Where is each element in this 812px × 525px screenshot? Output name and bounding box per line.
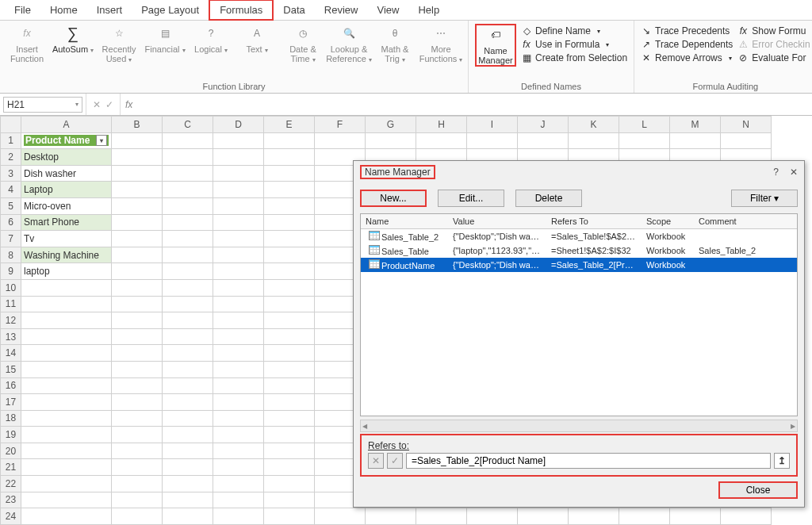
list-header-value[interactable]: Value xyxy=(448,214,546,228)
cell-I24[interactable] xyxy=(467,508,518,525)
cell-C9[interactable] xyxy=(163,263,213,280)
cell-C3[interactable] xyxy=(163,165,213,182)
cell-B23[interactable] xyxy=(112,492,163,508)
cell-M24[interactable] xyxy=(670,508,721,525)
tab-review[interactable]: Review xyxy=(315,1,368,19)
list-header-scope[interactable]: Scope xyxy=(642,214,694,228)
define-name-button[interactable]: ◇Define Name▾ xyxy=(521,25,627,36)
list-header-refers-to[interactable]: Refers To xyxy=(546,214,642,228)
col-header-C[interactable]: C xyxy=(163,117,213,133)
col-header-E[interactable]: E xyxy=(264,117,315,133)
cell-B2[interactable] xyxy=(112,149,163,166)
close-icon[interactable]: ✕ xyxy=(790,167,798,178)
cell-D6[interactable] xyxy=(213,214,264,231)
cell-B18[interactable] xyxy=(112,410,163,427)
cell-B4[interactable] xyxy=(112,182,163,198)
lookup-button[interactable]: 🔍Lookup & Reference xyxy=(328,24,370,64)
tab-home[interactable]: Home xyxy=(40,1,87,19)
name-box[interactable]: H21▾ xyxy=(3,97,82,113)
cell-E19[interactable] xyxy=(264,427,315,443)
cell-C14[interactable] xyxy=(163,345,213,362)
cell-D7[interactable] xyxy=(213,231,264,247)
show-formulas-button[interactable]: fxShow Formu xyxy=(737,25,810,36)
col-header-H[interactable]: H xyxy=(416,117,467,133)
cell-E24[interactable] xyxy=(264,508,315,525)
cell-A13[interactable] xyxy=(21,328,112,345)
cell-B12[interactable] xyxy=(112,312,163,329)
cell-A10[interactable] xyxy=(21,279,112,296)
cell-D8[interactable] xyxy=(213,247,264,263)
col-header-K[interactable]: K xyxy=(569,117,619,133)
row-header-15[interactable]: 15 xyxy=(1,361,21,377)
cell-D24[interactable] xyxy=(213,508,264,525)
name-row-Sales_Table_2[interactable]: Sales_Table_2{"Desktop";"Dish wash...=Sa… xyxy=(361,229,797,243)
collapse-dialog-icon[interactable]: ↥ xyxy=(774,453,790,469)
cell-D22[interactable] xyxy=(213,476,264,492)
tab-file[interactable]: File xyxy=(5,1,40,19)
cell-E14[interactable] xyxy=(264,345,315,362)
cell-B9[interactable] xyxy=(112,263,163,280)
cell-M1[interactable] xyxy=(670,132,721,149)
cell-B19[interactable] xyxy=(112,427,163,443)
cell-F1[interactable] xyxy=(315,132,366,149)
cell-B22[interactable] xyxy=(112,476,163,492)
row-header-1[interactable]: 1 xyxy=(1,132,21,149)
cell-D20[interactable] xyxy=(213,443,264,459)
cell-C15[interactable] xyxy=(163,361,213,377)
row-header-21[interactable]: 21 xyxy=(1,459,21,476)
cell-B24[interactable] xyxy=(112,508,163,525)
row-header-2[interactable]: 2 xyxy=(1,149,21,166)
cell-B15[interactable] xyxy=(112,361,163,377)
cell-C20[interactable] xyxy=(163,443,213,459)
cell-A7[interactable]: Tv xyxy=(21,231,112,247)
cell-E11[interactable] xyxy=(264,296,315,312)
cell-E21[interactable] xyxy=(264,459,315,476)
col-header-G[interactable]: G xyxy=(366,117,416,133)
cell-C16[interactable] xyxy=(163,377,213,394)
col-header-N[interactable]: N xyxy=(721,117,772,133)
cell-A24[interactable] xyxy=(21,508,112,525)
cell-A21[interactable] xyxy=(21,459,112,476)
cell-A23[interactable] xyxy=(21,492,112,508)
tab-view[interactable]: View xyxy=(367,1,408,19)
create-from-selection-button[interactable]: ▦Create from Selection xyxy=(521,52,627,63)
cell-K1[interactable] xyxy=(569,132,619,149)
cell-D15[interactable] xyxy=(213,361,264,377)
cell-A5[interactable]: Micro-oven xyxy=(21,197,112,214)
trace-precedents-button[interactable]: ↘Trace Precedents xyxy=(641,25,733,36)
refers-to-input[interactable] xyxy=(406,453,771,469)
cell-B10[interactable] xyxy=(112,279,163,296)
horizontal-scrollbar[interactable]: ◀▶ xyxy=(360,420,798,432)
cell-A2[interactable]: Desktop xyxy=(21,149,112,166)
cell-D1[interactable] xyxy=(213,132,264,149)
cell-E16[interactable] xyxy=(264,377,315,394)
tab-formulas[interactable]: Formulas xyxy=(209,0,274,21)
row-header-4[interactable]: 4 xyxy=(1,182,21,198)
cell-C24[interactable] xyxy=(163,508,213,525)
tab-data[interactable]: Data xyxy=(274,1,314,19)
cell-F24[interactable] xyxy=(315,508,366,525)
cell-D17[interactable] xyxy=(213,394,264,411)
row-header-18[interactable]: 18 xyxy=(1,410,21,427)
cell-C11[interactable] xyxy=(163,296,213,312)
cell-J1[interactable] xyxy=(518,132,569,149)
cell-C10[interactable] xyxy=(163,279,213,296)
cell-C13[interactable] xyxy=(163,328,213,345)
col-header-J[interactable]: J xyxy=(518,117,569,133)
cell-A6[interactable]: Smart Phone xyxy=(21,214,112,231)
cell-C17[interactable] xyxy=(163,394,213,411)
cell-A3[interactable]: Dish washer xyxy=(21,165,112,182)
col-header-L[interactable]: L xyxy=(619,117,670,133)
cell-C12[interactable] xyxy=(163,312,213,329)
cell-A14[interactable] xyxy=(21,345,112,362)
cell-A20[interactable] xyxy=(21,443,112,459)
cell-A18[interactable] xyxy=(21,410,112,427)
cell-A19[interactable] xyxy=(21,427,112,443)
text-button[interactable]: AText xyxy=(236,24,278,55)
cell-C19[interactable] xyxy=(163,427,213,443)
col-header-I[interactable]: I xyxy=(467,117,518,133)
cell-C7[interactable] xyxy=(163,231,213,247)
cell-C4[interactable] xyxy=(163,182,213,198)
refers-accept-icon[interactable]: ✓ xyxy=(387,453,403,469)
error-checking-button[interactable]: ⚠Error Checkin xyxy=(737,39,810,50)
